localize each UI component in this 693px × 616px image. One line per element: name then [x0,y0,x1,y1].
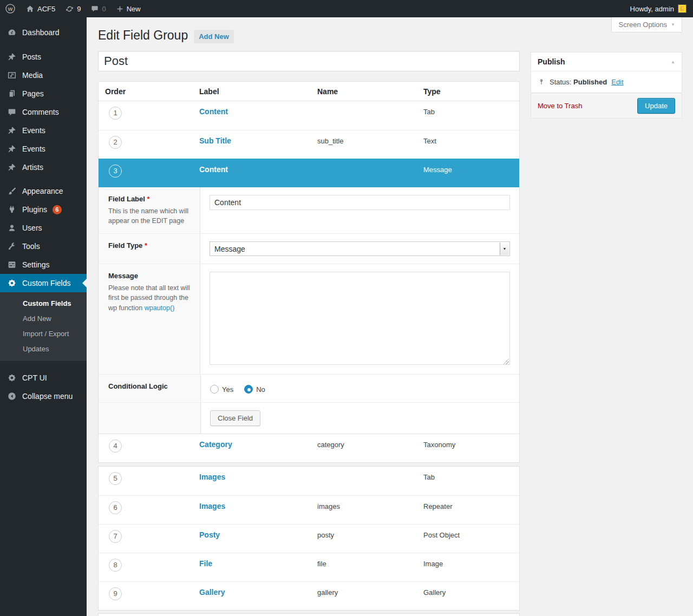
field-label-link[interactable]: Sub Title [199,136,231,145]
sidebar-item-events-1[interactable]: Events [0,121,87,140]
brush-icon [7,186,17,196]
field-order-handle[interactable]: 9 [109,587,122,600]
close-field-button[interactable]: Close Field [210,410,260,426]
field-group-title-input[interactable] [98,51,520,71]
field-row-4: 4 Category category Taxonomy [99,434,519,462]
field-type-select[interactable]: Message ▼ [210,241,510,256]
conditional-logic-no-radio[interactable]: No [244,385,265,394]
submenu-item-custom-fields[interactable]: Custom Fields [0,296,87,311]
new-label: New [127,5,141,13]
status-value: Published [573,78,607,86]
sidebar-item-dashboard[interactable]: Dashboard [0,23,87,42]
sidebar-item-comments[interactable]: Comments [0,103,87,121]
field-order-handle[interactable]: 6 [109,501,122,514]
wordpress-logo-menu[interactable]: W [0,0,21,17]
collapse-menu-button[interactable]: Collapse menu [0,387,87,405]
sidebar-item-plugins[interactable]: Plugins 6 [0,200,87,219]
admin-bar: W ACF5 9 0 New Howdy, admin E [0,0,693,17]
field-row-3-active: 3 Content Message [99,159,519,187]
plugin-icon [7,205,17,214]
field-editor: Field Label * This is the name which wil… [99,187,519,434]
content-area: Screen Options ▼ Edit Field Group Add Ne… [87,17,693,616]
settings-sliders-icon [7,260,17,270]
site-name: ACF5 [37,5,55,13]
next-section-partial [98,613,520,616]
field-row-5: 5 Images Tab [99,467,519,495]
field-row-8: 8 File file Image [99,553,519,581]
field-type-cell: Tab [423,101,519,130]
radio-unchecked-icon [210,385,219,394]
account-menu[interactable]: Howdy, admin E [624,0,693,17]
field-label-link[interactable]: Posty [199,530,220,539]
field-order-handle[interactable]: 2 [109,136,122,149]
comments-menu[interactable]: 0 [86,0,110,17]
field-name-cell: posty [317,525,423,553]
home-icon [25,4,35,14]
field-label-link[interactable]: Category [199,440,232,449]
field-label-input[interactable] [210,195,510,210]
field-type-cell: Taxonomy [423,434,519,462]
sidebar-item-pages[interactable]: Pages [0,84,87,103]
submenu-item-add-new[interactable]: Add New [0,311,87,326]
field-row-7: 7 Posty posty Post Object [99,524,519,553]
field-row-2: 2 Sub Title sub_title Text [99,130,519,159]
updates-icon [65,4,74,14]
field-label-link[interactable]: Content [199,165,228,174]
add-new-button[interactable]: Add New [194,30,234,43]
updates-menu[interactable]: 9 [60,0,86,17]
site-name-menu[interactable]: ACF5 [21,0,60,17]
chevron-down-icon: ▼ [671,22,675,27]
submenu-item-import-export[interactable]: Import / Export [0,326,87,342]
wpautop-link[interactable]: wpautop() [145,304,175,312]
select-dropdown-arrow-icon: ▼ [500,243,509,255]
column-header-order: Order [99,87,199,96]
sidebar-item-tools[interactable]: Tools [0,237,87,255]
message-textarea[interactable] [210,272,510,365]
plugins-update-badge: 6 [53,205,62,214]
move-to-trash-link[interactable]: Move to Trash [538,102,582,110]
new-content-menu[interactable]: New [111,0,146,17]
field-label-link[interactable]: Images [199,502,225,510]
sidebar-item-posts[interactable]: Posts [0,48,87,66]
field-name-cell: images [317,496,423,524]
wordpress-logo-icon: W [5,3,16,14]
pages-icon [7,89,17,99]
field-label-link[interactable]: Gallery [199,588,225,597]
field-name-cell: gallery [317,582,423,610]
field-type-cell: Message [423,159,519,187]
field-order-handle[interactable]: 1 [109,107,122,120]
sidebar-item-cpt-ui[interactable]: CPT UI [0,369,87,387]
field-order-handle[interactable]: 5 [109,472,122,485]
field-order-handle[interactable]: 8 [109,559,122,572]
update-button[interactable]: Update [637,98,675,114]
sidebar-item-media[interactable]: Media [0,66,87,84]
fields-table-header: Order Label Name Type [99,82,519,101]
conditional-logic-yes-radio[interactable]: Yes [210,385,233,394]
field-order-handle[interactable]: 3 [109,165,122,178]
sidebar-item-custom-fields[interactable]: Custom Fields [0,274,87,292]
field-type-cell: Image [423,553,519,581]
publish-box: Publish ▲ Status: Published Edit [531,52,682,119]
field-order-handle[interactable]: 4 [109,440,122,453]
field-order-handle[interactable]: 7 [109,530,122,543]
sidebar-item-events-2[interactable]: Events [0,140,87,158]
screen-options-tab[interactable]: Screen Options ▼ [611,17,682,32]
collapse-toggle-icon[interactable]: ▲ [671,60,675,64]
sidebar-item-settings[interactable]: Settings [0,255,87,274]
field-type-cell: Gallery [423,582,519,610]
field-type-cell: Text [423,130,519,159]
sidebar-item-artists[interactable]: Artists [0,158,87,176]
resize-grip-icon[interactable] [503,358,509,364]
field-label-link[interactable]: Images [199,473,225,481]
field-type-cell: Post Object [423,525,519,553]
sidebar-item-appearance[interactable]: Appearance [0,182,87,200]
comments-count: 0 [102,5,106,13]
edit-status-link[interactable]: Edit [611,78,623,86]
field-name-cell [317,467,423,495]
field-type-cell: Tab [423,467,519,495]
field-label-link[interactable]: File [199,559,212,568]
submenu-item-updates[interactable]: Updates [0,342,87,357]
publish-box-title: Publish [538,57,565,66]
sidebar-item-users[interactable]: Users [0,219,87,237]
field-label-link[interactable]: Content [199,107,228,116]
